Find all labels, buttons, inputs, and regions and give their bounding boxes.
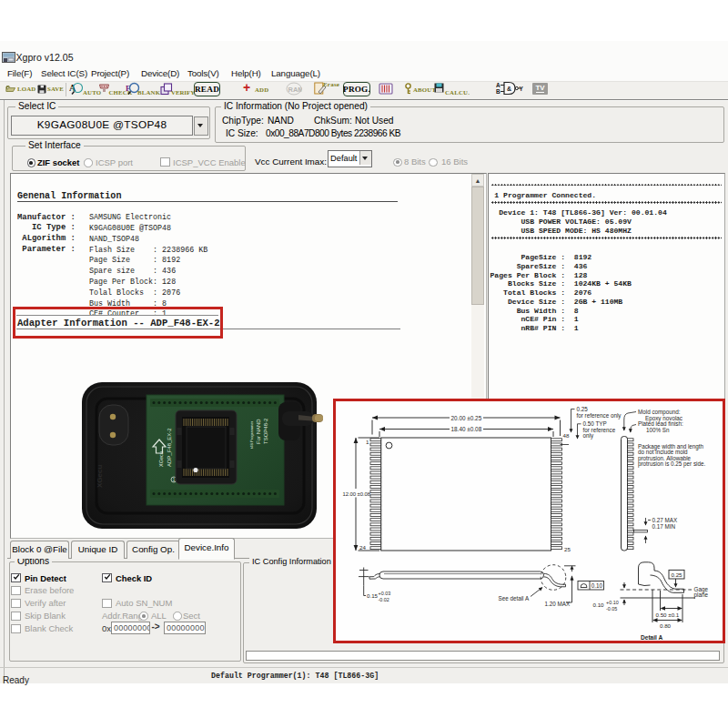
svg-text:0.15: 0.15	[367, 592, 379, 599]
svg-text:XGecu: XGecu	[158, 451, 164, 467]
svg-text:for reference only: for reference only	[577, 412, 622, 420]
svg-text:+0.03: +0.03	[379, 591, 391, 596]
svg-text:25: 25	[564, 546, 571, 552]
svg-text:RAM: RAM	[288, 86, 303, 94]
svg-text:0.25: 0.25	[672, 571, 683, 578]
svg-text:+0.10: +0.10	[606, 600, 619, 605]
svg-text:t48 Programmer: t48 Programmer	[249, 420, 254, 449]
svg-text:-0.05: -0.05	[606, 606, 617, 612]
svg-text:protrusion is 0.25 per side.: protrusion is 0.25 per side.	[638, 460, 705, 468]
svg-text:0.50 ±0.1: 0.50 ±0.1	[656, 612, 680, 618]
svg-text:18.40 ±0.08: 18.40 ±0.08	[451, 426, 482, 432]
svg-text:1: 1	[366, 439, 369, 445]
svg-text:ADP_F48_EX-2: ADP_F48_EX-2	[167, 428, 172, 467]
svg-text:100% Sn: 100% Sn	[646, 427, 670, 433]
svg-text:TSOP48-2: TSOP48-2	[263, 418, 268, 444]
svg-text:B: B	[496, 88, 500, 95]
svg-text:&: &	[507, 86, 511, 92]
svg-text:For NAND: For NAND	[256, 419, 261, 444]
svg-text:20.00 ±0.25: 20.00 ±0.25	[451, 415, 482, 421]
svg-text:48: 48	[563, 432, 570, 439]
svg-text:0.10: 0.10	[592, 582, 603, 589]
svg-text:Y: Y	[520, 86, 524, 92]
svg-text:XGecu: XGecu	[96, 465, 104, 488]
svg-text:1.20 MAX: 1.20 MAX	[545, 601, 571, 607]
svg-text:0.17 MIN: 0.17 MIN	[652, 523, 676, 530]
svg-text:Detail A: Detail A	[641, 634, 663, 641]
svg-text:0.80: 0.80	[660, 622, 672, 629]
svg-text:only: only	[583, 432, 594, 440]
svg-text:See detail A: See detail A	[499, 595, 530, 602]
svg-text:plane: plane	[694, 592, 709, 599]
svg-text:-0.02: -0.02	[379, 597, 389, 602]
svg-text:0.10: 0.10	[593, 602, 605, 608]
svg-text:24: 24	[359, 544, 366, 551]
svg-text:A: A	[496, 82, 500, 88]
svg-text:12.00 ±0.08: 12.00 ±0.08	[343, 491, 371, 497]
